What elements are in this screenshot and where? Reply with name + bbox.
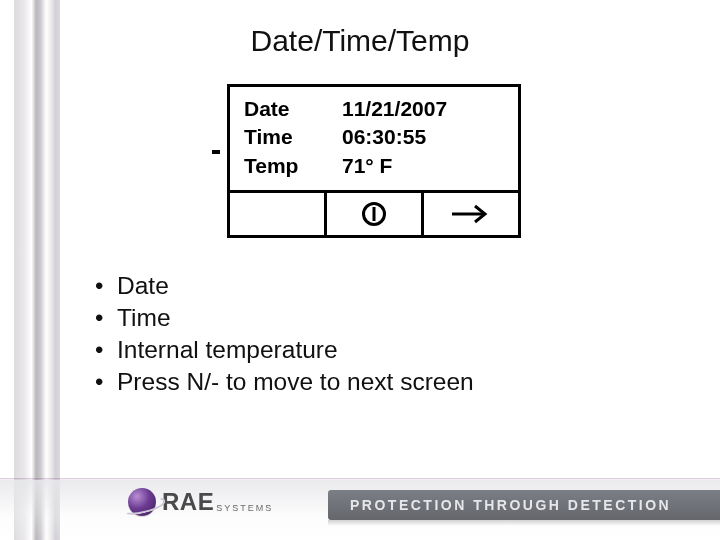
page-title: Date/Time/Temp: [0, 24, 720, 58]
softkey-middle: [324, 193, 421, 235]
softkey-right: [421, 193, 518, 235]
lcd-softkey-row: [230, 190, 518, 235]
decorative-side-strip: [14, 0, 60, 540]
lcd-value: 11/21/2007: [342, 95, 447, 123]
softkey-left-blank: [230, 193, 324, 235]
bullet-text: Date: [117, 272, 169, 300]
bullet-text: Time: [117, 304, 171, 332]
lcd-row-temp: Temp 71° F: [244, 152, 504, 180]
brand-logo: RAE SYSTEMS: [128, 488, 273, 516]
brand-name: RAE: [162, 488, 214, 516]
planet-icon: [128, 488, 156, 516]
lcd-label: Time: [244, 123, 342, 151]
list-item: •Date: [95, 272, 474, 300]
lcd-label: Temp: [244, 152, 342, 180]
record-icon: [362, 202, 386, 226]
list-item: •Press N/- to move to next screen: [95, 368, 474, 396]
lcd-value: 71° F: [342, 152, 392, 180]
list-item: •Time: [95, 304, 474, 332]
list-item: •Internal temperature: [95, 336, 474, 364]
tagline-bar: PROTECTION THROUGH DETECTION: [328, 490, 720, 520]
brand-subname: SYSTEMS: [216, 503, 273, 516]
decorative-dot: [212, 150, 220, 154]
arrow-right-icon: [449, 203, 493, 225]
footer: RAE SYSTEMS PROTECTION THROUGH DETECTION: [0, 478, 720, 540]
lcd-value: 06:30:55: [342, 123, 426, 151]
bullet-text: Press N/- to move to next screen: [117, 368, 474, 396]
bullet-text: Internal temperature: [117, 336, 338, 364]
device-lcd-mock: Date 11/21/2007 Time 06:30:55 Temp 71° F: [227, 84, 521, 238]
lcd-readout: Date 11/21/2007 Time 06:30:55 Temp 71° F: [230, 87, 518, 190]
lcd-label: Date: [244, 95, 342, 123]
lcd-row-date: Date 11/21/2007: [244, 95, 504, 123]
tagline-text: PROTECTION THROUGH DETECTION: [350, 497, 671, 513]
lcd-row-time: Time 06:30:55: [244, 123, 504, 151]
tagline-bar-shadow: [328, 520, 720, 526]
bullet-list: •Date •Time •Internal temperature •Press…: [95, 272, 474, 400]
